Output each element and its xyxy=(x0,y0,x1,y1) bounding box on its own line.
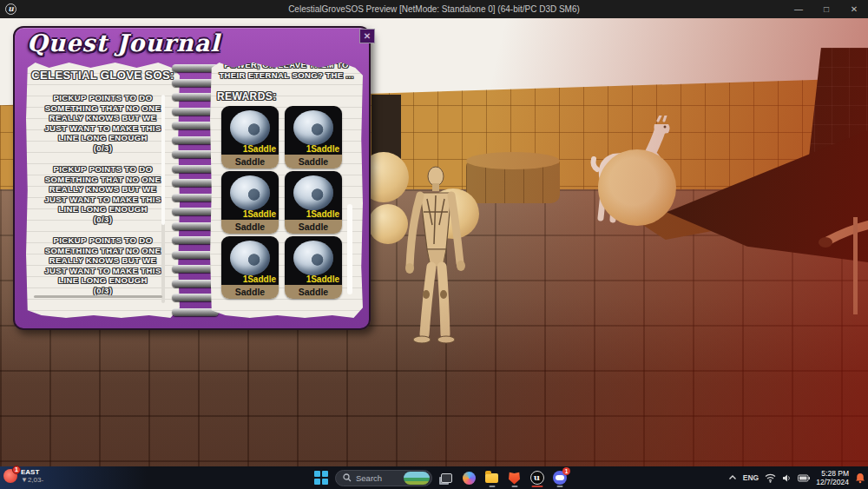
unreal-engine-icon: u xyxy=(530,471,544,485)
moon-item-icon xyxy=(230,175,270,210)
reward-label: Saddle xyxy=(221,285,279,299)
unreal-engine-button[interactable]: u xyxy=(529,468,545,487)
ticker-symbol: EAST xyxy=(21,468,43,476)
bing-daily-image xyxy=(404,472,430,485)
stock-down-icon: 1 xyxy=(3,469,17,483)
journal-right-page: POWER, OR LEAVE THEM TO THEIR ETERNAL SO… xyxy=(210,63,363,318)
moon-item-icon xyxy=(230,110,270,145)
volume-icon[interactable] xyxy=(782,473,792,483)
notebook: CELESTIAL GLOVE SOS: PICKUP POINTS TO DO… xyxy=(25,61,364,320)
wifi-icon[interactable] xyxy=(765,473,776,483)
quest-objective: PICKUP POINTS TO DO SOMETHING THAT NO ON… xyxy=(33,235,173,295)
quest-description: POWER, OR LEAVE THEM TO THEIR ETERNAL SO… xyxy=(215,63,358,80)
llama-ball xyxy=(598,149,676,226)
moon-item-icon xyxy=(293,175,333,210)
reward-card[interactable]: 1Saddle Saddle xyxy=(285,106,342,169)
reward-label: Saddle xyxy=(221,155,279,169)
copilot-button[interactable] xyxy=(461,468,477,487)
reward-card[interactable]: 1Saddle Saddle xyxy=(285,236,342,299)
mannequin-character xyxy=(398,164,474,347)
language-indicator[interactable]: ENG xyxy=(743,473,759,482)
clock-time: 5:28 PM xyxy=(816,469,849,478)
widgets-stock-ticker[interactable]: 1 EAST ▼2,03- xyxy=(3,468,43,484)
battery-icon[interactable] xyxy=(798,474,810,482)
window-controls: — □ ✕ xyxy=(785,0,868,18)
moon-item-icon xyxy=(293,241,333,275)
rewards-grid: 1Saddle Saddle 1Saddle Saddle 1Saddle Sa… xyxy=(221,106,363,299)
taskbar-center-group: u 1 xyxy=(314,466,568,489)
rewards-heading: REWARDS: xyxy=(217,90,363,102)
search-icon xyxy=(343,473,352,482)
journal-close-button[interactable]: ✕ xyxy=(359,29,375,43)
minimize-button[interactable]: — xyxy=(785,0,812,18)
moon-item-icon xyxy=(230,241,270,275)
task-view-icon xyxy=(441,473,452,483)
reward-card[interactable]: 1Saddle Saddle xyxy=(221,171,279,234)
discord-notification-badge: 1 xyxy=(562,467,570,475)
reward-card[interactable]: 1Saddle Saddle xyxy=(221,236,279,299)
white-pole xyxy=(853,217,858,314)
search-box[interactable] xyxy=(335,470,432,486)
objectives-horizontal-scrollbar[interactable] xyxy=(34,295,162,298)
close-button[interactable]: ✕ xyxy=(840,0,868,18)
discord-button[interactable]: 1 xyxy=(551,468,568,487)
scrollbar-thumb[interactable] xyxy=(161,95,165,225)
offscreen-arm xyxy=(814,211,868,263)
file-explorer-button[interactable] xyxy=(483,468,500,487)
quest-journal-title: Quest Journal xyxy=(27,30,220,56)
reward-label: Saddle xyxy=(285,155,342,169)
tray-chevron-up-icon[interactable] xyxy=(728,474,737,481)
notification-badge: 1 xyxy=(12,466,21,474)
brave-icon xyxy=(509,472,520,485)
copilot-icon xyxy=(463,472,476,485)
objectives-scrollbar[interactable] xyxy=(161,95,165,303)
start-button[interactable] xyxy=(314,471,329,486)
file-explorer-icon xyxy=(485,473,498,483)
task-view-button[interactable] xyxy=(438,468,455,487)
app-window: u CelestialGroveSOS Preview [NetMode: St… xyxy=(0,0,868,489)
reward-card[interactable]: 1Saddle Saddle xyxy=(221,106,279,169)
reward-label: Saddle xyxy=(285,220,342,234)
reward-label: Saddle xyxy=(221,220,279,234)
windows-taskbar: 1 EAST ▼2,03- u 1 xyxy=(0,466,868,489)
ticker-change: ▼2,03- xyxy=(21,476,43,484)
reward-label: Saddle xyxy=(285,285,342,299)
quest-journal-panel: Quest Journal ✕ CELESTIAL GLOVE SOS: PIC… xyxy=(13,26,371,330)
journal-left-page: CELESTIAL GLOVE SOS: PICKUP POINTS TO DO… xyxy=(26,63,180,318)
window-title: CelestialGroveSOS Preview [NetMode: Stan… xyxy=(0,4,868,14)
brave-browser-button[interactable] xyxy=(506,468,523,487)
clock[interactable]: 5:28 PM 12/7/2024 xyxy=(816,469,849,486)
cylinder-platform xyxy=(466,160,560,203)
rewards-scrollbar[interactable] xyxy=(347,204,352,294)
clock-date: 12/7/2024 xyxy=(816,478,849,486)
quest-objective: PICKUP POINTS TO DO SOMETHING THAT NO ON… xyxy=(33,164,173,224)
notification-bell-icon[interactable] xyxy=(855,472,865,484)
search-input[interactable] xyxy=(356,473,399,483)
quest-name-heading: CELESTIAL GLOVE SOS: xyxy=(30,69,176,82)
moon-item-icon xyxy=(293,110,333,145)
window-titlebar: u CelestialGroveSOS Preview [NetMode: St… xyxy=(0,0,868,18)
quest-objective: PICKUP POINTS TO DO SOMETHING THAT NO ON… xyxy=(33,93,173,153)
system-tray: ENG 5:28 PM 12/7/2024 xyxy=(728,466,865,489)
reward-card[interactable]: 1Saddle Saddle xyxy=(285,171,342,234)
maximize-button[interactable]: □ xyxy=(812,0,840,18)
